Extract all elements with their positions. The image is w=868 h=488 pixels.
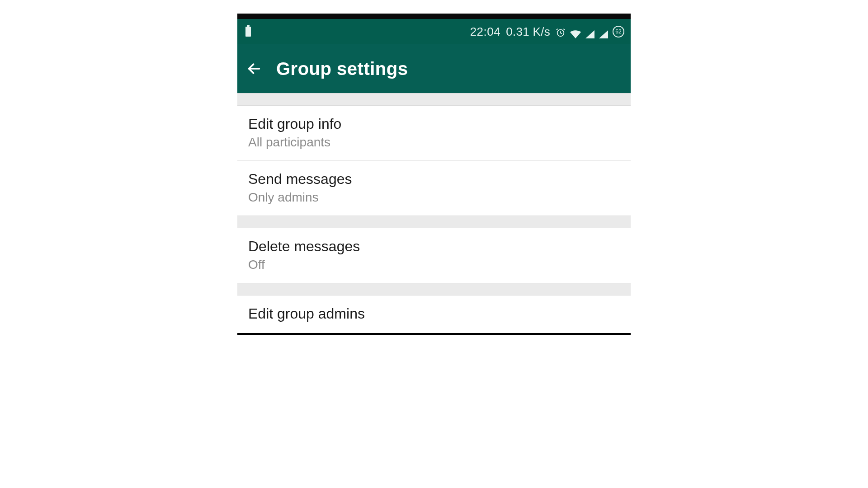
setting-edit-group-admins[interactable]: Edit group admins [237, 296, 631, 333]
setting-subtitle: All participants [248, 135, 620, 150]
app-toolbar: Group settings [237, 44, 631, 93]
screen-bottom-edge [237, 333, 631, 335]
status-left [245, 27, 251, 37]
section-divider [237, 93, 631, 106]
signal-icon-2 [599, 28, 608, 36]
setting-title: Send messages [248, 171, 620, 188]
device-frame: 22:04 0.31 K/s [237, 14, 631, 335]
setting-delete-messages[interactable]: Delete messages Off [237, 228, 631, 283]
battery-percent-value: 62 [615, 29, 621, 34]
settings-group-1: Edit group info All participants Send me… [237, 106, 631, 216]
setting-title: Delete messages [248, 238, 620, 255]
section-divider [237, 216, 631, 228]
status-right: 22:04 0.31 K/s [470, 25, 624, 39]
page-title: Group settings [276, 59, 408, 79]
battery-percent-badge: 62 [613, 26, 624, 38]
battery-icon [245, 27, 251, 37]
section-divider [237, 283, 631, 296]
setting-subtitle: Off [248, 258, 620, 272]
setting-send-messages[interactable]: Send messages Only admins [237, 161, 631, 216]
network-speed: 0.31 K/s [506, 25, 550, 39]
wifi-icon [570, 28, 581, 36]
signal-icon-1 [585, 28, 594, 36]
setting-title: Edit group info [248, 116, 620, 132]
setting-subtitle: Only admins [248, 190, 620, 205]
setting-title: Edit group admins [248, 305, 620, 322]
status-bar: 22:04 0.31 K/s [237, 19, 631, 44]
back-arrow-icon[interactable] [246, 61, 262, 76]
settings-group-2: Delete messages Off [237, 228, 631, 283]
settings-group-3: Edit group admins [237, 296, 631, 333]
clock-time: 22:04 [470, 25, 501, 39]
setting-edit-group-info[interactable]: Edit group info All participants [237, 106, 631, 160]
status-icons: 62 [556, 26, 624, 38]
phone-screen: 22:04 0.31 K/s [237, 19, 631, 335]
alarm-icon [556, 27, 566, 37]
